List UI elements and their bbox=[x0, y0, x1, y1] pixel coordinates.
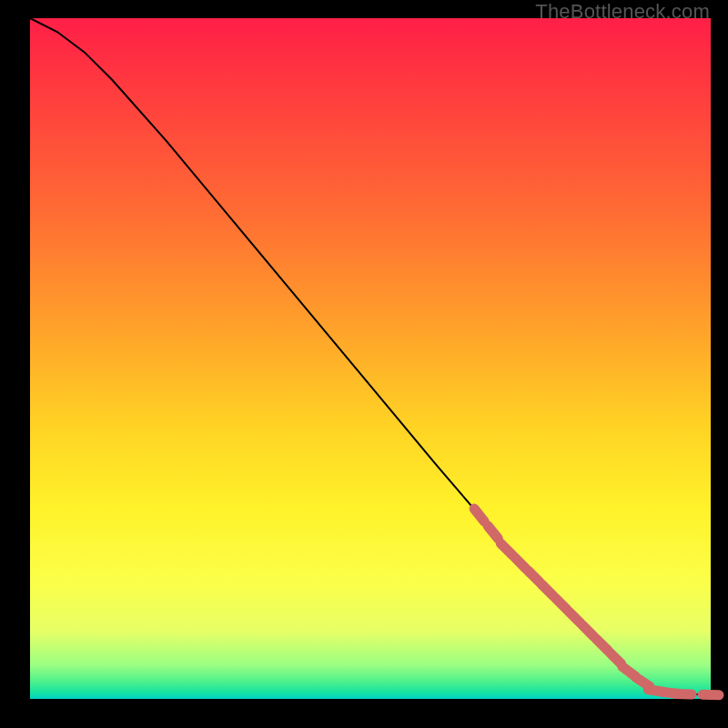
data-point bbox=[569, 612, 581, 623]
chart-svg bbox=[30, 18, 711, 699]
dots-group bbox=[474, 509, 719, 695]
data-point bbox=[514, 557, 526, 569]
chart-frame: TheBottleneck.com bbox=[0, 0, 728, 728]
data-point bbox=[500, 543, 512, 555]
data-point bbox=[610, 652, 622, 664]
plot-area bbox=[30, 18, 711, 699]
data-point bbox=[555, 598, 567, 610]
data-point bbox=[541, 584, 553, 596]
data-point bbox=[474, 509, 484, 521]
data-point bbox=[596, 639, 608, 651]
data-point bbox=[488, 526, 498, 539]
data-point bbox=[528, 571, 540, 582]
data-point bbox=[675, 694, 692, 695]
line-curve bbox=[30, 18, 711, 695]
data-point bbox=[582, 625, 594, 637]
